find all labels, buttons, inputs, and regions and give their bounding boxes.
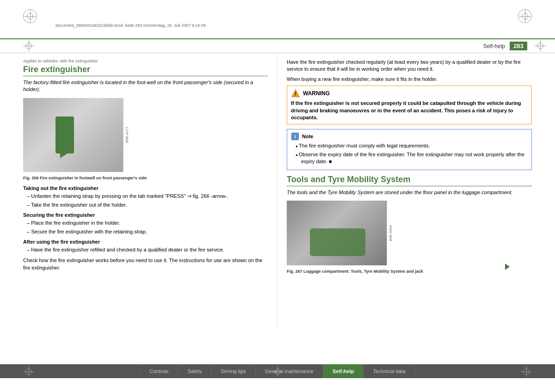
crosshair-header-left bbox=[23, 40, 34, 51]
fig266-label: Fig. 266 Fire extinguisher in footwell o… bbox=[23, 176, 147, 180]
reg-mark-top-left bbox=[23, 9, 37, 23]
img-code-right: B96-3294 bbox=[388, 225, 393, 241]
note-box: i Note The fire extinguisher must comply… bbox=[287, 129, 532, 170]
nav-item-general-maintenance[interactable]: General maintenance bbox=[256, 364, 323, 378]
note-header: i Note bbox=[291, 132, 528, 141]
svg-text:i: i bbox=[295, 134, 296, 139]
img-code-left: B96-4177 bbox=[125, 127, 129, 143]
top-bar: document_0900452a81b1b9de.book Seite 283… bbox=[0, 0, 555, 39]
nav-item-controls[interactable]: Controls bbox=[140, 364, 178, 378]
reg-mark-top-right bbox=[518, 9, 532, 23]
crosshair-bottom-center bbox=[272, 366, 283, 377]
page-number: 283 bbox=[510, 42, 527, 50]
check-text: Check how the fire extinguisher works be… bbox=[23, 257, 268, 271]
bottom-bar: Controls Safety Driving tips General mai… bbox=[0, 364, 555, 392]
crosshair-tr bbox=[519, 11, 530, 22]
crosshair-tl bbox=[25, 11, 36, 22]
extinguisher-green bbox=[56, 116, 74, 153]
next-page-arrow bbox=[505, 263, 510, 270]
fire-extinguisher-title: Fire extinguisher bbox=[23, 65, 268, 76]
luggage-img-side-label: B96-3294 bbox=[387, 201, 393, 265]
securing-step-2: – Secure the fire extinguisher with the … bbox=[27, 228, 268, 235]
body-text-1: Have the fire extinguisher checked regul… bbox=[287, 59, 532, 73]
fire-extinguisher-intro: The factory-fitted fire extinguisher is … bbox=[23, 79, 268, 93]
note-title: Note bbox=[302, 134, 313, 139]
doc-info: document_0900452a81b1b9de.book Seite 283… bbox=[56, 23, 206, 28]
page-header: Self-help 283 bbox=[0, 39, 555, 53]
fig267-label: Fig. 267 Luggage compartment: Tools, Tyr… bbox=[287, 269, 423, 274]
taking-out-step-2: – Take the fire extinguisher out of the … bbox=[27, 202, 268, 208]
tools-title: Tools and Tyre Mobility System bbox=[287, 175, 532, 186]
after-using-step-1: – Have the fire extinguisher refilled an… bbox=[27, 246, 268, 253]
right-column: Have the fire extinguisher checked regul… bbox=[278, 53, 555, 326]
fig267-caption: Fig. 267 Luggage compartment: Tools, Tyr… bbox=[287, 269, 532, 275]
luggage-image: B96-3294 bbox=[287, 201, 393, 265]
crosshair-bottom-right bbox=[521, 366, 532, 377]
fig266-caption: Fig. 266 Fire extinguisher in footwell o… bbox=[23, 176, 268, 181]
taking-out-step-1: – Unfasten the retaining strap by pressi… bbox=[27, 193, 268, 200]
image-arrow bbox=[60, 149, 68, 158]
note-bullet-2: Observe the expiry date of the fire exti… bbox=[296, 151, 528, 165]
note-bullet-1: The fire extinguisher must comply with l… bbox=[296, 142, 528, 149]
securing-step-1: – Place the fire extinguisher in the hol… bbox=[27, 220, 268, 227]
securing-title: Securing the fire extinguisher bbox=[23, 212, 268, 218]
nav-item-safety[interactable]: Safety bbox=[178, 364, 211, 378]
main-content: Applies to vehicles: with fire extinguis… bbox=[0, 53, 555, 326]
nav-item-technical-data[interactable]: Technical data bbox=[364, 364, 415, 378]
header-reg-mark-left bbox=[23, 40, 34, 52]
body-text-2: When buying a new fire extinguisher, mak… bbox=[287, 76, 532, 83]
nav-item-driving-tips[interactable]: Driving tips bbox=[211, 364, 255, 378]
crosshair-bottom-left bbox=[23, 366, 34, 377]
warning-header: ! WARNING bbox=[291, 89, 528, 98]
warning-text: If the fire extinguisher is not secured … bbox=[291, 100, 528, 121]
svg-text:!: ! bbox=[295, 91, 296, 97]
header-section-title: Self-help bbox=[483, 43, 505, 49]
header-reg-mark-right bbox=[535, 40, 546, 52]
taking-out-title: Taking out the fire extinguisher bbox=[23, 185, 268, 191]
warning-box: ! WARNING If the fire extinguisher is no… bbox=[287, 86, 532, 124]
applies-label: Applies to vehicles: with fire extinguis… bbox=[23, 59, 268, 63]
image-side-label: B96-4177 bbox=[123, 98, 130, 172]
crosshair-header-right bbox=[535, 40, 546, 51]
warning-icon: ! bbox=[291, 89, 300, 98]
note-icon: i bbox=[291, 132, 299, 141]
fire-extinguisher-image: B96-4177 bbox=[23, 98, 130, 172]
left-column: Applies to vehicles: with fire extinguis… bbox=[0, 53, 278, 326]
luggage-image-container: B96-3294 Fig. 267 Luggage compartment: T… bbox=[287, 201, 532, 275]
tools-intro: The tools and the Tyre Mobility System a… bbox=[287, 189, 532, 196]
nav-item-self-help[interactable]: Self-help bbox=[323, 364, 364, 378]
after-using-title: After using the fire extinguisher bbox=[23, 239, 268, 245]
luggage-green-tools bbox=[310, 228, 365, 256]
warning-title: WARNING bbox=[303, 90, 330, 97]
